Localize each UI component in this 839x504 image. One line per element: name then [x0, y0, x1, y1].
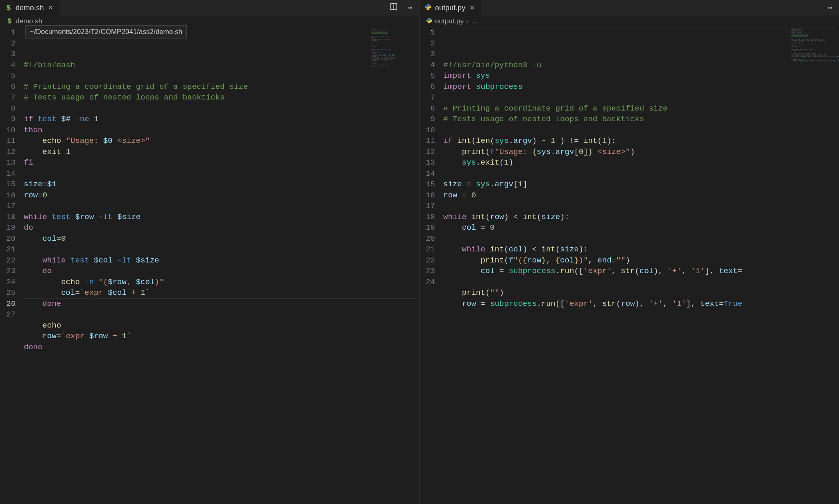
code-line[interactable]: do	[24, 266, 419, 277]
code-line[interactable]: if int(len(sys.argv) - 1 ) != int(1):	[443, 136, 839, 147]
code-line[interactable]: import sys	[443, 70, 839, 81]
code-line[interactable]: print("")	[443, 287, 839, 298]
path-tooltip: ~/Documents/2023/T2/COMP2041/ass2/demo.s…	[25, 25, 187, 38]
tab-output-py[interactable]: output.py ✕	[420, 0, 481, 16]
line-number: 7	[0, 92, 16, 103]
gutter-right: 123456789101112131415161718192021222324	[420, 27, 443, 504]
more-actions-icon[interactable]: ⋯	[826, 2, 834, 14]
close-icon[interactable]: ✕	[47, 4, 54, 11]
close-icon[interactable]: ✕	[469, 4, 476, 11]
minimap-left[interactable]	[370, 27, 419, 504]
code-line[interactable]: #!/bin/dash	[24, 60, 419, 71]
code-line[interactable]	[24, 244, 419, 255]
code-line[interactable]: row = subprocess.run(['expr', str(row), …	[443, 298, 839, 310]
code-line[interactable]: col=0	[24, 233, 419, 244]
line-number: 21	[420, 244, 435, 255]
line-number: 15	[420, 179, 435, 190]
code-line[interactable]: col = subprocess.run(['expr', str(col), …	[443, 266, 839, 277]
code-line[interactable]: done	[24, 342, 419, 353]
code-line[interactable]: while test $col -lt $size	[24, 255, 419, 266]
code-line[interactable]	[24, 103, 419, 114]
tab-demo-sh[interactable]: $ demo.sh ✕	[0, 0, 60, 16]
line-number: 9	[420, 114, 435, 125]
line-number: 4	[420, 60, 435, 71]
line-number: 24	[0, 277, 16, 288]
breadcrumb-file: demo.sh	[16, 17, 42, 25]
code-line[interactable]	[443, 277, 839, 288]
line-number: 6	[420, 81, 435, 93]
line-number: 10	[420, 125, 435, 136]
code-line[interactable]: row=`expr $row + 1`	[24, 331, 419, 342]
code-line[interactable]: if test $# -ne 1	[24, 114, 419, 125]
split-editor-icon[interactable]	[388, 1, 399, 14]
code-line[interactable]	[24, 70, 419, 81]
code-line[interactable]	[443, 168, 839, 179]
code-line[interactable]: #!/usr/bin/python3 -u	[443, 60, 839, 71]
code-line[interactable]: echo	[24, 320, 419, 331]
line-number: 2	[420, 38, 435, 49]
code-line[interactable]	[443, 92, 839, 103]
code-line[interactable]: while int(row) < int(size):	[443, 212, 839, 223]
code-line[interactable]: while int(col) < int(size):	[443, 244, 839, 255]
tab-label: demo.sh	[16, 4, 44, 12]
code-editor-left[interactable]: 1234567891011121314151617181920212223242…	[0, 27, 419, 504]
line-number: 13	[0, 157, 16, 168]
line-number: 1	[420, 27, 435, 38]
code-line[interactable]: # Printing a coordinate grid of a specif…	[443, 103, 839, 114]
code-line[interactable]: print(f"({row}, {col})", end="")	[443, 255, 839, 266]
code-line[interactable]	[443, 309, 839, 320]
code-line[interactable]: fi	[24, 157, 419, 168]
code-line[interactable]: then	[24, 125, 419, 136]
code-line[interactable]: while test $row -lt $size	[24, 212, 419, 223]
code-line[interactable]: done	[24, 298, 419, 310]
minimap-right[interactable]	[790, 27, 839, 504]
code-line[interactable]: echo -n "($row, $col)"	[24, 277, 419, 288]
python-file-icon	[424, 4, 432, 12]
code-line[interactable]: size = sys.argv[1]	[443, 179, 839, 190]
chevron-right-icon: ›	[466, 17, 469, 25]
code-line[interactable]	[24, 168, 419, 179]
code-right[interactable]: #!/usr/bin/python3 -uimport sysimport su…	[443, 27, 839, 504]
more-actions-icon[interactable]: ⋯	[406, 2, 414, 14]
code-line[interactable]: echo "Usage: $0 <size>"	[24, 136, 419, 147]
tab-bar: $ demo.sh ✕ ⋯	[0, 0, 419, 16]
code-line[interactable]: col=`expr $col + 1`	[24, 287, 419, 298]
code-line[interactable]: sys.exit(1)	[443, 157, 839, 168]
code-line[interactable]: # Tests usage of nested loops and backti…	[24, 92, 419, 103]
code-line[interactable]: exit 1	[24, 147, 419, 158]
breadcrumb[interactable]: output.py › …	[420, 16, 839, 27]
code-line[interactable]	[443, 201, 839, 212]
line-number: 8	[0, 103, 16, 114]
code-editor-right[interactable]: 123456789101112131415161718192021222324 …	[420, 27, 839, 504]
code-line[interactable]: # Printing a coordinate grid of a specif…	[24, 81, 419, 93]
line-number: 6	[0, 81, 16, 93]
line-number: 20	[420, 233, 435, 244]
line-number: 23	[0, 266, 16, 277]
code-line[interactable]	[443, 233, 839, 244]
line-number: 5	[0, 70, 16, 81]
code-line[interactable]: # Tests usage of nested loops and backti…	[443, 114, 839, 125]
code-line[interactable]: import subprocess	[443, 81, 839, 93]
code-line[interactable]: do	[24, 222, 419, 233]
code-line[interactable]	[24, 201, 419, 212]
line-number: 26	[0, 298, 16, 310]
code-line[interactable]: size=$1	[24, 179, 419, 190]
code-left[interactable]: #!/bin/dash# Printing a coordinate grid …	[24, 27, 419, 504]
code-line[interactable]: row=0	[24, 190, 419, 201]
line-number: 13	[420, 157, 435, 168]
shell-file-icon: $	[6, 17, 13, 25]
code-line[interactable]	[443, 125, 839, 136]
line-number: 7	[420, 92, 435, 103]
code-line[interactable]: print(f"Usage: {sys.argv[0]} <size>")	[443, 147, 839, 158]
line-number: 19	[420, 222, 435, 233]
code-line[interactable]: col = 0	[443, 222, 839, 233]
line-number: 5	[420, 70, 435, 81]
line-number: 17	[0, 201, 16, 212]
line-number: 21	[0, 244, 16, 255]
line-number: 8	[420, 103, 435, 114]
editor-pane-right: output.py ✕ ⋯ output.py › … 123456789101…	[420, 0, 839, 504]
code-line[interactable]: row = 0	[443, 190, 839, 201]
tab-label: output.py	[435, 4, 465, 12]
line-number: 18	[420, 212, 435, 223]
code-line[interactable]	[24, 309, 419, 320]
